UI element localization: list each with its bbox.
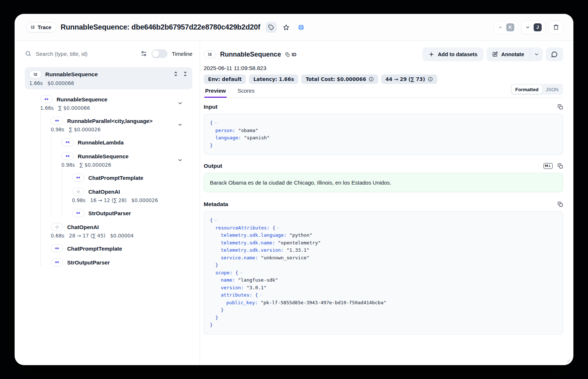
collapse-node-icon[interactable] xyxy=(177,122,183,127)
trace-title: RunnableSequence: dbe646b2b67957d22e8780… xyxy=(61,23,260,31)
copy-icon[interactable] xyxy=(557,201,563,207)
input-label: Input xyxy=(204,104,557,110)
observation-title: RunnableSequence xyxy=(220,51,281,58)
expand-all-icon[interactable] xyxy=(173,71,178,77)
collapse-json-icon[interactable] xyxy=(214,218,218,222)
code-line: telemetry.sdk.language: "python" xyxy=(210,232,557,239)
list-tree-icon xyxy=(30,25,35,30)
tags-button[interactable] xyxy=(266,22,277,33)
collapse-json-icon[interactable] xyxy=(239,271,243,275)
code-token: telemetry.sdk.name: xyxy=(221,239,275,247)
collapse-node-icon[interactable] xyxy=(177,157,183,163)
tree-node-name: ChatOpenAI xyxy=(88,189,120,195)
resize-handle[interactable] xyxy=(566,359,570,363)
tree-node-main: ↔ChatPromptTemplate xyxy=(51,244,192,252)
copy-icon[interactable] xyxy=(557,163,563,169)
indent-guide xyxy=(51,203,51,217)
collapse-json-icon[interactable] xyxy=(214,121,218,125)
trace-header-left: Trace RunnableSequence: dbe646b2b67957d2… xyxy=(26,22,494,33)
trace-tree-node[interactable]: ChatOpenAI0.68s28 → 17 (∑ 45)$0.00004 xyxy=(25,223,192,239)
code-token: "spanish" xyxy=(241,134,269,142)
collapse-all-icon[interactable] xyxy=(182,71,188,77)
trace-tree-node[interactable]: ↔StrOutputParser xyxy=(25,209,192,217)
trace-root-duration: 1.66s xyxy=(29,80,43,86)
tree-node-name: RunnableParallel<city,language> xyxy=(67,118,153,124)
add-to-datasets-button[interactable]: Add to datasets xyxy=(422,47,484,61)
trace-tree-node[interactable]: ↔ChatPromptTemplate xyxy=(25,244,192,252)
code-line: telemetry.sdk.name: "opentelemetry" xyxy=(210,239,557,247)
metric-badges: Env: defaultLatency: 1.66sTotal Cost: $0… xyxy=(204,74,563,84)
trace-tree-node[interactable]: ↔RunnableSequence0.98s∑ $0.000026 xyxy=(25,152,192,168)
next-trace-button[interactable]: J xyxy=(521,20,546,34)
left-right-arrow-icon: ↔ xyxy=(55,118,59,123)
format-toggle: FormattedJSON xyxy=(511,84,563,95)
code-token: attributes: xyxy=(221,291,252,299)
list-tree-icon xyxy=(208,52,212,57)
prev-trace-button[interactable]: K xyxy=(494,20,518,34)
info-icon[interactable] xyxy=(428,77,433,82)
tree-node-metrics: 0.68s28 → 17 (∑ 45)$0.00004 xyxy=(51,233,192,239)
tree-node-metric: 0.98s xyxy=(51,127,64,132)
trace-tree-node[interactable]: ChatOpenAI0.98s16 → 12 (∑ 28)$0.000026 xyxy=(25,187,192,203)
tree-node-name: StrOutputParser xyxy=(88,210,131,216)
indent-guide xyxy=(51,146,51,168)
tab-scores[interactable]: Scores xyxy=(237,88,255,97)
annotate-menu-button[interactable] xyxy=(530,47,543,61)
copy-id-button[interactable]: ID xyxy=(285,52,296,57)
code-token: language: xyxy=(215,134,241,142)
speech-bubble-icon xyxy=(551,51,558,58)
tree-node-main: ↔RunnableLambda xyxy=(61,138,192,146)
annotate-label: Annotate xyxy=(501,51,524,57)
filter-sliders-icon[interactable] xyxy=(141,50,147,57)
code-token: } xyxy=(221,306,224,314)
copy-icon[interactable] xyxy=(557,104,563,110)
code-token: } xyxy=(215,262,218,269)
tree-expand-controls xyxy=(173,71,188,77)
format-toggle-json[interactable]: JSON xyxy=(542,85,562,94)
trace-tree-node[interactable]: ↔RunnableLambda xyxy=(25,138,192,146)
timeline-toggle[interactable] xyxy=(151,49,168,58)
format-toggle-formatted[interactable]: Formatted xyxy=(512,85,542,94)
collapse-json-icon[interactable] xyxy=(276,226,280,230)
public-visibility-button[interactable] xyxy=(296,22,307,33)
generation-type-icon xyxy=(51,223,63,231)
tab-preview[interactable]: Preview xyxy=(204,88,227,98)
trace-tree-node[interactable]: ↔ChatPromptTemplate xyxy=(25,174,192,182)
trace-root-card[interactable]: RunnableSequence 1.66s $0.000066 xyxy=(25,67,192,89)
collapse-node-icon[interactable] xyxy=(177,100,183,106)
list-tree-icon xyxy=(33,72,38,77)
shortcut-key-j: J xyxy=(534,23,542,31)
search-input[interactable] xyxy=(36,51,136,57)
search-icon xyxy=(25,50,31,57)
add-to-datasets-label: Add to datasets xyxy=(438,51,477,57)
annotate-split-button: Annotate xyxy=(487,47,543,61)
app-window: Trace RunnableSequence: dbe646b2b67957d2… xyxy=(15,14,573,365)
indent-guide xyxy=(41,239,41,252)
trace-tree-node[interactable]: ↔RunnableSequence1.66s∑ $0.000066 xyxy=(25,95,192,111)
code-token: version: xyxy=(221,284,244,292)
markdown-toggle-icon[interactable]: M↓ xyxy=(543,163,553,169)
indent-guide xyxy=(62,168,62,182)
tree-node-metric: 16 → 12 (∑ 28) xyxy=(90,197,127,203)
bookmark-button[interactable] xyxy=(281,22,292,33)
input-section-header: Input xyxy=(204,104,563,110)
span-type-icon: ↔ xyxy=(40,95,53,103)
info-icon[interactable] xyxy=(369,77,374,82)
delete-trace-button[interactable] xyxy=(549,20,563,34)
tree-node-name: ChatOpenAI xyxy=(67,224,99,230)
code-token: service.name: xyxy=(221,254,258,262)
tree-node-metric: ∑ $0.000066 xyxy=(58,105,90,111)
indent-guide xyxy=(62,203,62,217)
tree-node-metric: ∑ $0.000026 xyxy=(80,162,111,168)
tree-node-metric: 0.98s xyxy=(72,197,85,203)
collapse-json-icon[interactable] xyxy=(259,293,263,297)
tree-node-main: ↔StrOutputParser xyxy=(51,258,192,266)
trace-tree-node[interactable]: ↔RunnableParallel<city,language>0.98s∑ $… xyxy=(25,117,192,132)
comments-button[interactable] xyxy=(546,47,563,61)
annotate-button[interactable]: Annotate xyxy=(487,47,530,61)
trace-tree-node[interactable]: ↔StrOutputParser xyxy=(25,258,192,266)
tree-node-name: RunnableSequence xyxy=(57,96,107,103)
tree-node-metrics: 0.98s∑ $0.000026 xyxy=(51,127,192,132)
span-type-icon: ↔ xyxy=(61,138,74,146)
output-text-block: Barack Obama es de la ciudad de Chicago,… xyxy=(204,173,563,192)
